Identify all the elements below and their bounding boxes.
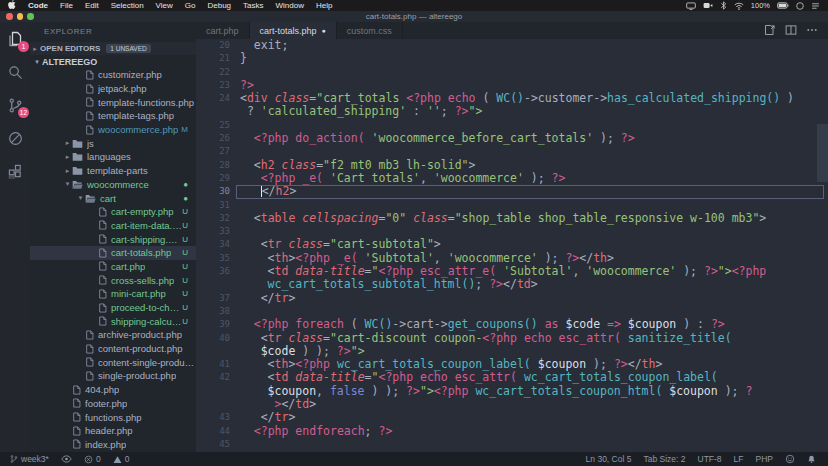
code-line[interactable]: 35<th><?php _e( 'Subtotal', 'woocommerce… (196, 252, 828, 265)
tree-item-cart-totals-php[interactable]: cart-totals.phpU (30, 246, 196, 260)
status-utf-8[interactable]: UTF-8 (692, 454, 728, 464)
code-line[interactable]: 45 (196, 438, 828, 451)
tree-item-index-php[interactable]: index.php (30, 438, 196, 452)
activity-source-control-icon[interactable]: 12 (6, 96, 24, 114)
code-line[interactable]: 43</tr> (196, 411, 828, 424)
tree-item-cart-item-data-php[interactable]: cart-item-data.phpU (30, 219, 196, 233)
activity-debug-icon[interactable] (6, 129, 24, 147)
tree-item-cart-shipping-php[interactable]: cart-shipping.phpU (30, 232, 196, 246)
tree-item-woocommerce[interactable]: ▾woocommerce● (30, 178, 196, 192)
tab-custom-css[interactable]: custom.css (337, 22, 403, 39)
editor-scrollbar[interactable] (817, 124, 828, 182)
code-line[interactable]: 25 (196, 119, 828, 132)
tree-item-jetpack-php[interactable]: jetpack.php (30, 82, 196, 96)
status-error-icon[interactable]: 0 (78, 454, 107, 464)
menu-selection[interactable]: Selection (105, 1, 150, 10)
tab-cart-php[interactable]: cart.php (196, 22, 250, 39)
code-line[interactable]: $code ) ); ?>"> (196, 345, 828, 358)
open-editors-section[interactable]: ▸ OPEN EDITORS 1 UNSAVED (30, 42, 196, 55)
status-git-branch-icon[interactable]: week3* (4, 454, 55, 464)
tree-item-footer-php[interactable]: footer.php (30, 397, 196, 411)
code-line[interactable]: 34<tr class="cart-subtotal"> (196, 238, 828, 251)
tree-item-cross-sells-php[interactable]: cross-sells.phpU (30, 273, 196, 287)
menu-view[interactable]: View (150, 1, 179, 10)
code-line[interactable]: 37</tr> (196, 292, 828, 305)
tree-item-template-tags-php[interactable]: template-tags.php (30, 109, 196, 123)
status-feedback-icon[interactable] (779, 454, 801, 464)
tree-item-template-parts[interactable]: ▸template-parts (30, 164, 196, 178)
tree-item-template-functions-php[interactable]: template-functions.php (30, 95, 196, 109)
code-line[interactable]: $coupon, false ) ); ?>"><?php wc_cart_to… (196, 385, 828, 398)
code-line[interactable]: 21} (196, 52, 828, 65)
tree-item-content-product-php[interactable]: content-product.php (30, 342, 196, 356)
code-line[interactable]: 39<?php foreach ( WC()->cart->get_coupon… (196, 318, 828, 331)
code-line[interactable]: 22 (196, 66, 828, 79)
status-ln-30-col-5[interactable]: Ln 30, Col 5 (580, 454, 638, 464)
status-lf[interactable]: LF (728, 454, 750, 464)
code-line[interactable]: 42<td data-title="<?php echo esc_attr( w… (196, 371, 828, 384)
activity-search-icon[interactable] (6, 63, 24, 81)
menu-debug[interactable]: Debug (201, 1, 237, 10)
tree-item-shipping-calculator-php[interactable]: shipping-calculator.phpU (30, 314, 196, 328)
activity-extensions-icon[interactable] (6, 162, 24, 180)
open-changes-icon[interactable] (764, 22, 776, 40)
tree-item-proceed-to-checkout-bu[interactable]: proceed-to-checkout-bu...U (30, 301, 196, 315)
menu-file[interactable]: File (54, 1, 79, 10)
code-line[interactable]: 23?> (196, 79, 828, 92)
tree-item-header-php[interactable]: header.php (30, 424, 196, 438)
menu-code[interactable]: Code (22, 1, 54, 10)
tree-item-languages[interactable]: ▸languages (30, 150, 196, 164)
code-line[interactable]: 24<div class="cart_totals <?php echo ( W… (196, 92, 828, 105)
code-line[interactable]: 20exit; (196, 39, 828, 52)
tree-item-single-product-php[interactable]: single-product.php (30, 369, 196, 383)
tree-item-js[interactable]: ▸js (30, 136, 196, 150)
workspace-root-folder[interactable]: ▾ ALTEREEGO (30, 55, 196, 68)
dirty-indicator[interactable]: ● (322, 27, 326, 34)
tab-cart-totals-php[interactable]: cart-totals.php● (250, 22, 337, 39)
code-line[interactable]: 36<td data-title="<?php esc_attr_e( 'Sub… (196, 265, 828, 278)
status-bell-icon[interactable] (801, 454, 822, 464)
code-line[interactable]: 44<?php endforeach; ?> (196, 425, 828, 438)
tree-item-cart-php[interactable]: cart.phpU (30, 260, 196, 274)
tree-item-mini-cart-php[interactable]: mini-cart.phpU (30, 287, 196, 301)
menu-tasks[interactable]: Tasks (237, 1, 269, 10)
tree-item-404-php[interactable]: 404.php (30, 383, 196, 397)
status-warning-icon[interactable]: 0 (107, 454, 136, 464)
code-line[interactable]: 32<table cellspacing="0" class="shop_tab… (196, 212, 828, 225)
code-line[interactable]: 27 (196, 145, 828, 158)
menu-help[interactable]: Help (310, 1, 338, 10)
tree-item-customizer-php[interactable]: customizer.php (30, 68, 196, 82)
window-titlebar[interactable]: cart-totals.php — altereego (0, 11, 828, 22)
tree-item-cart-empty-php[interactable]: cart-empty.phpU (30, 205, 196, 219)
code-line[interactable]: 26<?php do_action( 'woocommerce_before_c… (196, 132, 828, 145)
code-line[interactable]: ></td> (196, 398, 828, 411)
more-actions-icon[interactable] (806, 22, 818, 40)
tree-item-cart[interactable]: ▾cart● (30, 191, 196, 205)
menu-edit[interactable]: Edit (79, 1, 105, 10)
status-eye-icon[interactable] (55, 455, 78, 463)
split-editor-icon[interactable] (785, 22, 797, 40)
tree-item-content-single-product-php[interactable]: content-single-product.php (30, 355, 196, 369)
status-php[interactable]: PHP (750, 454, 779, 464)
code-line[interactable]: 31 (196, 199, 828, 212)
menu-window[interactable]: Window (270, 1, 310, 10)
code-line[interactable]: 33 (196, 225, 828, 238)
activity-files-icon[interactable]: 1 (6, 30, 24, 48)
status-tab-size-2[interactable]: Tab Size: 2 (637, 454, 691, 464)
code-editor[interactable]: 20exit;21}2223?>24<div class="cart_total… (196, 39, 828, 452)
code-line[interactable]: 30</h2> (196, 185, 828, 198)
code-line[interactable]: 41<th><?php wc_cart_totals_coupon_label(… (196, 358, 828, 371)
tree-item-archive-product-php[interactable]: archive-product.php (30, 328, 196, 342)
notification-center-icon (811, 2, 820, 10)
apple-menu-icon[interactable] (8, 0, 16, 11)
code-line[interactable]: 28<h2 class="f2 mt0 mb3 lh-solid"> (196, 159, 828, 172)
code-line[interactable]: ? 'calculated_shipping' : ''; ?>"> (196, 105, 828, 118)
code-line[interactable]: wc_cart_totals_subtotal_html(); ?></td> (196, 278, 828, 291)
tree-item-label: 404.php (85, 384, 119, 395)
tree-item-functions-php[interactable]: functions.php (30, 410, 196, 424)
code-line[interactable]: 29<?php _e( 'Cart totals', 'woocommerce'… (196, 172, 828, 185)
tree-item-woocommerce-php[interactable]: woocommerce.phpM (30, 123, 196, 137)
menu-go[interactable]: Go (179, 1, 202, 10)
code-line[interactable]: 38 (196, 305, 828, 318)
code-line[interactable]: 40<tr class="cart-discount coupon-<?php … (196, 332, 828, 345)
